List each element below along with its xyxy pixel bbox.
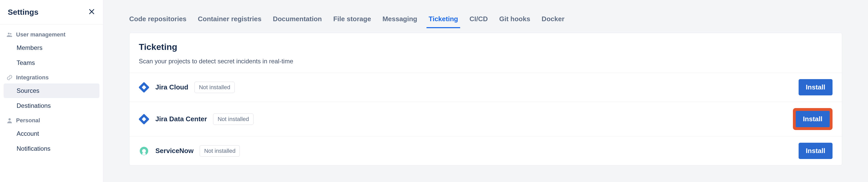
- sidebar: Settings User management Members Teams I…: [0, 0, 103, 182]
- ticketing-panel: Ticketing Scan your projects to detect s…: [129, 33, 842, 166]
- users-icon: [6, 31, 13, 38]
- svg-rect-11: [143, 153, 146, 155]
- sidebar-item-members[interactable]: Members: [4, 41, 99, 55]
- install-button[interactable]: Install: [799, 79, 833, 96]
- tab-messaging[interactable]: Messaging: [382, 10, 417, 28]
- install-button[interactable]: Install: [799, 143, 833, 159]
- highlighted-install: Install: [793, 108, 833, 130]
- integration-name: Jira Data Center: [155, 115, 207, 123]
- sidebar-item-notifications[interactable]: Notifications: [4, 141, 99, 156]
- svg-point-3: [10, 33, 11, 34]
- integration-name: Jira Cloud: [155, 83, 188, 91]
- servicenow-icon: [139, 146, 149, 156]
- close-icon[interactable]: [88, 8, 95, 16]
- status-badge: Not installed: [194, 82, 235, 93]
- sidebar-body: User management Members Teams Integratio…: [0, 25, 103, 159]
- jira-icon: [139, 82, 149, 93]
- section-label: Integrations: [16, 74, 49, 81]
- integration-name: ServiceNow: [155, 147, 193, 155]
- svg-point-10: [142, 149, 146, 153]
- section-label: Personal: [16, 117, 40, 124]
- person-icon: [6, 117, 13, 124]
- section-label: User management: [16, 31, 65, 38]
- svg-point-2: [8, 33, 10, 34]
- sidebar-item-destinations[interactable]: Destinations: [4, 99, 99, 113]
- page-title: Ticketing: [139, 42, 833, 52]
- tab-file-storage[interactable]: File storage: [333, 10, 371, 28]
- sidebar-item-teams[interactable]: Teams: [4, 56, 99, 70]
- tab-ticketing[interactable]: Ticketing: [429, 10, 458, 28]
- page-subtitle: Scan your projects to detect secret inci…: [139, 58, 833, 65]
- settings-title: Settings: [8, 8, 38, 16]
- sidebar-item-account[interactable]: Account: [4, 126, 99, 141]
- sidebar-item-sources[interactable]: Sources: [4, 83, 99, 98]
- tab-cicd[interactable]: CI/CD: [469, 10, 488, 28]
- tab-code-repositories[interactable]: Code repositories: [129, 10, 186, 28]
- jira-icon: [139, 114, 149, 124]
- integration-row-jira-data-center: Jira Data Center Not installed Install: [129, 102, 842, 136]
- install-button[interactable]: Install: [796, 111, 830, 127]
- integration-tabs: Code repositories Container registries D…: [129, 10, 842, 28]
- section-integrations: Integrations: [4, 71, 99, 83]
- tab-documentation[interactable]: Documentation: [273, 10, 322, 28]
- tab-container-registries[interactable]: Container registries: [198, 10, 261, 28]
- main-content: Code repositories Container registries D…: [103, 0, 868, 182]
- panel-header: Ticketing Scan your projects to detect s…: [129, 33, 842, 73]
- status-badge: Not installed: [213, 113, 253, 125]
- tab-docker[interactable]: Docker: [542, 10, 564, 28]
- status-badge: Not installed: [200, 145, 240, 157]
- integration-row-jira-cloud: Jira Cloud Not installed Install: [129, 73, 842, 102]
- section-personal: Personal: [4, 113, 99, 126]
- tab-git-hooks[interactable]: Git hooks: [499, 10, 530, 28]
- link-icon: [6, 74, 13, 81]
- integration-row-servicenow: ServiceNow Not installed Install: [129, 136, 842, 165]
- svg-point-4: [8, 118, 11, 120]
- sidebar-header: Settings: [0, 0, 103, 25]
- section-user-management: User management: [4, 28, 99, 40]
